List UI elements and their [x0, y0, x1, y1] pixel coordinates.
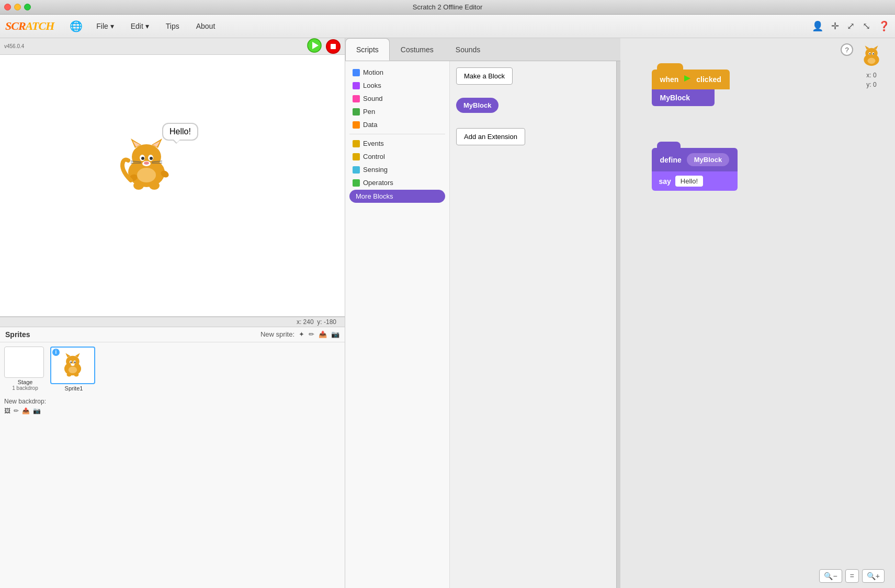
tab-scripts[interactable]: Scripts [345, 38, 390, 61]
toolbar-right: 👤 ✛ ⤢ ⤡ ❓ [812, 20, 890, 32]
define-hat-block: define MyBlock [652, 148, 738, 171]
expand-icon[interactable]: ⤢ [847, 20, 855, 32]
menu-edit[interactable]: Edit ▾ [128, 20, 152, 32]
define-label: define [660, 156, 682, 164]
category-events[interactable]: Events [349, 137, 445, 149]
category-looks[interactable]: Looks [349, 79, 445, 91]
category-divider [349, 134, 445, 134]
pen-dot [353, 108, 360, 116]
svg-point-10 [141, 157, 144, 160]
svg-marker-44 [684, 75, 690, 82]
svg-point-42 [873, 53, 875, 55]
sensing-dot [353, 166, 360, 174]
myblock-palette-block[interactable]: MyBlock [456, 98, 499, 113]
window-buttons[interactable] [4, 4, 31, 10]
data-dot [353, 121, 360, 129]
close-button[interactable] [4, 4, 11, 10]
hat-bump [657, 63, 683, 71]
help-icon[interactable]: ❓ [878, 20, 890, 32]
backdrop-label: New backdrop: [4, 398, 46, 405]
mini-cat-icon [858, 43, 885, 70]
make-block-button[interactable]: Make a Block [456, 67, 513, 85]
stage-thumbnail[interactable]: Stage 1 backdrop [4, 347, 46, 391]
define-block[interactable]: define MyBlock say Hello! [652, 148, 738, 191]
tab-sounds[interactable]: Sounds [445, 38, 491, 61]
myblock-call-block: MyBlock [652, 89, 715, 106]
menu-about[interactable]: About [193, 20, 219, 32]
define-hat-bump [657, 142, 681, 149]
category-motion[interactable]: Motion [349, 66, 445, 78]
menu-file[interactable]: File ▾ [93, 20, 117, 32]
sound-dot [353, 95, 360, 102]
new-sprite-wand[interactable]: ✦ [299, 330, 304, 338]
stage-top-bar: v456.0.4 [0, 38, 345, 55]
hello-value: Hello! [675, 176, 703, 187]
svg-point-11 [150, 157, 153, 160]
title-bar: Scratch 2 Offline Editor [0, 0, 895, 15]
sprite-cat-icon [57, 351, 88, 379]
category-control[interactable]: Control [349, 151, 445, 163]
backdrop-image-icon[interactable]: 🖼 [4, 407, 10, 414]
green-flag-button[interactable] [307, 38, 322, 54]
script-area: ? x: 0 y: 0 [620, 38, 896, 588]
cat-container: Hello! [115, 133, 178, 198]
globe-icon[interactable]: 🌐 [70, 20, 83, 32]
category-data[interactable]: Data [349, 119, 445, 131]
add-extension-button[interactable]: Add an Extension [456, 128, 525, 145]
clicked-label: clicked [696, 75, 721, 84]
window-title: Scratch 2 Offline Editor [413, 3, 482, 11]
categories-panel: Motion Looks Sound Pen Data [345, 61, 450, 588]
new-sprite-camera[interactable]: 📷 [331, 330, 339, 338]
green-flag-icon [307, 38, 322, 53]
zoom-reset-button[interactable]: = [845, 569, 859, 583]
move-icon[interactable]: ✛ [831, 20, 839, 32]
category-sensing[interactable]: Sensing [349, 164, 445, 176]
category-pen[interactable]: Pen [349, 106, 445, 118]
stage-controls [307, 38, 341, 54]
scripts-panel: Scripts Costumes Sounds Motion Looks [345, 38, 620, 588]
when-clicked-block[interactable]: when clicked MyBlock [652, 70, 730, 106]
svg-point-18 [133, 181, 144, 190]
svg-point-22 [137, 168, 156, 182]
flag-inline-icon [683, 75, 692, 84]
category-more-blocks[interactable]: More Blocks [349, 190, 445, 203]
myblock-call-label: MyBlock [660, 94, 690, 102]
svg-point-31 [71, 363, 74, 366]
sprites-panel: Sprites New sprite: ✦ ✏ 📤 📷 Stage 1 back… [0, 327, 345, 589]
svg-point-41 [869, 53, 871, 55]
backdrop-paint-icon[interactable]: ✏ [14, 407, 19, 414]
help-button[interactable]: ? [841, 43, 853, 56]
version-label: v456.0.4 [4, 43, 24, 49]
new-sprite-label: New sprite: [260, 330, 294, 338]
menu-tips[interactable]: Tips [163, 20, 183, 32]
maximize-button[interactable] [24, 4, 31, 10]
shrink-icon[interactable]: ⤡ [863, 20, 870, 32]
category-operators[interactable]: Operators [349, 177, 445, 189]
sprite-thumbnail[interactable]: i [50, 347, 97, 391]
zoom-out-button[interactable]: 🔍− [819, 569, 842, 583]
minimize-button[interactable] [14, 4, 21, 10]
stage-canvas: Hello! [0, 55, 345, 317]
tabs: Scripts Costumes Sounds [345, 38, 620, 61]
stop-button[interactable] [326, 39, 341, 54]
svg-point-19 [149, 181, 160, 190]
operators-dot [353, 179, 360, 187]
palette-scrollbar[interactable] [616, 61, 620, 588]
say-label: say [659, 177, 671, 186]
svg-point-29 [70, 362, 72, 363]
script-coord-y: y: 0 [866, 81, 876, 88]
scratch-logo: SCRATCH [5, 19, 54, 33]
sprite-info-icon[interactable]: i [52, 349, 60, 356]
zoom-in-button[interactable]: 🔍+ [862, 569, 885, 583]
new-sprite-upload[interactable]: 📤 [319, 330, 327, 338]
person-icon[interactable]: 👤 [812, 20, 823, 32]
block-area: Motion Looks Sound Pen Data [345, 61, 620, 588]
new-sprite-paint[interactable]: ✏ [309, 330, 314, 338]
sprites-header: Sprites New sprite: ✦ ✏ 📤 📷 [0, 327, 345, 342]
tab-costumes[interactable]: Costumes [390, 38, 445, 61]
backdrop-upload-icon[interactable]: 📤 [22, 407, 30, 414]
backdrop-camera-icon[interactable]: 📷 [33, 407, 41, 414]
svg-point-36 [865, 48, 877, 59]
category-sound[interactable]: Sound [349, 93, 445, 105]
control-dot [353, 153, 360, 160]
